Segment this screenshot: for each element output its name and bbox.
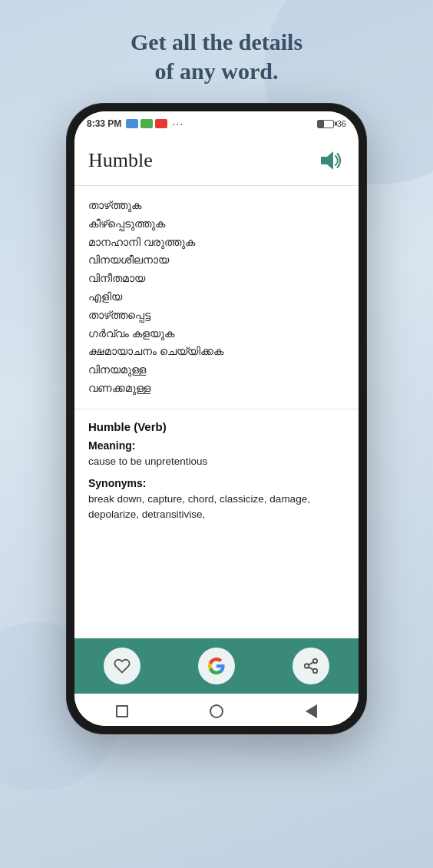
meaning-1: താഴ്‌ത്തുക [88, 197, 345, 215]
header-line1: Get all the details [131, 29, 302, 55]
meaning-9: ക്ഷമായാചനം ചെയ്യിക്കക [88, 343, 345, 361]
verb-title: Humble (Verb) [88, 420, 345, 433]
meaning-4: വിനയശീലനായ [88, 251, 345, 270]
action-bar [74, 638, 359, 694]
wifi-icon [140, 119, 153, 128]
meaning-6: എളിയ [88, 288, 345, 306]
svg-point-1 [313, 659, 318, 664]
recent-apps-button[interactable] [114, 703, 131, 720]
synonyms-content: break down, capture, chord, classicize, … [88, 492, 345, 523]
phone-screen: 8:33 PM ··· 36 Humble [74, 111, 359, 726]
svg-point-3 [313, 669, 318, 674]
meaning-7: താഴ്‌ത്തപ്പെട്ട [88, 306, 345, 325]
word-title: Humble [88, 149, 153, 172]
navigation-bar [74, 694, 359, 726]
status-dots: ··· [172, 118, 183, 130]
svg-point-2 [305, 664, 309, 668]
back-icon [306, 704, 317, 718]
status-time: 8:33 PM [87, 118, 121, 129]
status-left: 8:33 PM ··· [87, 118, 183, 130]
meanings-section: താഴ്‌ത്തുക കീഴ്‌പ്പെടുത്തുക മാനഹാനി വരുത… [74, 186, 359, 409]
media-icon [155, 119, 167, 128]
speaker-button[interactable] [317, 147, 345, 174]
synonyms-label: Synonyms: [88, 477, 345, 489]
home-icon [210, 704, 223, 718]
share-button[interactable] [293, 648, 329, 684]
back-button[interactable] [302, 703, 319, 720]
phone-frame: 8:33 PM ··· 36 Humble [67, 104, 366, 734]
svg-marker-0 [321, 151, 333, 170]
meaning-10: വിനയമുള്ള [88, 361, 345, 379]
svg-line-5 [309, 662, 313, 665]
word-header: Humble [74, 136, 359, 186]
page-header: Get all the details of any word. [100, 0, 333, 104]
meaning-label: Meaning: [88, 439, 345, 452]
favorite-button[interactable] [104, 648, 140, 684]
details-section: Humble (Verb) Meaning: cause to be unpre… [74, 409, 359, 638]
meaning-11: വണക്കമുള്ള [88, 379, 345, 398]
google-button[interactable] [198, 648, 235, 684]
meaning-8: ഗർവ്വം കളയുക [88, 325, 345, 343]
recent-apps-icon [116, 705, 128, 717]
battery-fill [318, 121, 324, 128]
meaning-content: cause to be unpretentious [88, 454, 345, 469]
status-right: 36 [317, 119, 346, 128]
battery-level: 36 [337, 119, 346, 128]
battery-icon [317, 120, 334, 128]
meaning-3: മാനഹാനി വരുത്തുക [88, 234, 345, 252]
status-icons [126, 119, 167, 128]
svg-line-4 [309, 667, 313, 670]
header-line2: of any word. [155, 58, 279, 84]
meaning-5: വിനീതമായ [88, 270, 345, 288]
status-bar: 8:33 PM ··· 36 [74, 111, 359, 136]
network-icon [126, 119, 138, 128]
home-button[interactable] [208, 703, 225, 720]
meaning-2: കീഴ്‌പ്പെടുത്തുക [88, 215, 345, 234]
